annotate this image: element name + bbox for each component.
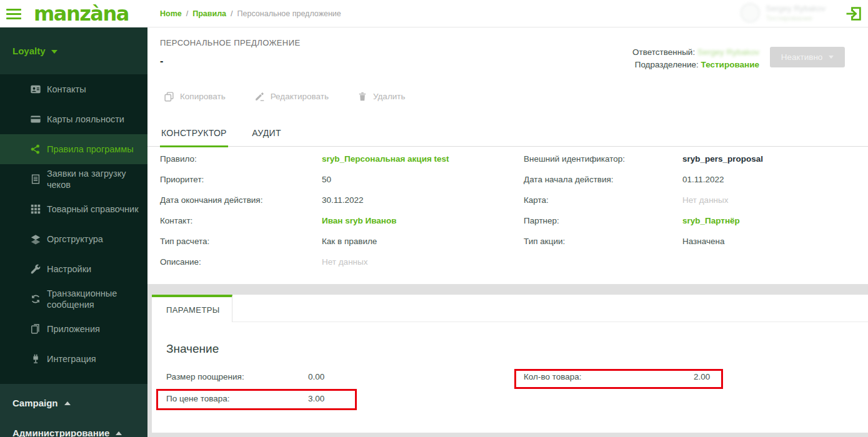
field-external-id: Внешний идентификатор: sryb_pers_proposa… (524, 153, 856, 165)
grid-icon (30, 204, 41, 215)
parameters-tab-row: ПАРАМЕТРЫ (152, 295, 868, 322)
user-info-blurred[interactable]: Sergey Rybakov Тестирование (741, 3, 826, 22)
sidebar-item-settings[interactable]: Настройки (0, 254, 147, 284)
sidebar-item-label: Оргструктура (47, 233, 103, 245)
sidebar-item-transactional-messages[interactable]: Транзакционные сообщения (0, 284, 147, 314)
sidebar-section-campaign[interactable]: Campaign (0, 388, 147, 418)
responsible-label: Ответственный: (632, 47, 695, 57)
breadcrumb-separator: / (231, 9, 232, 18)
edit-label: Редактировать (271, 92, 329, 101)
brand-logo[interactable]: manzàna (34, 1, 129, 26)
status-dropdown-button[interactable]: Неактивно (770, 47, 845, 67)
logout-icon (846, 5, 863, 22)
sidebar-item-label: Настройки (47, 263, 91, 275)
field-calc-type: Тип расчета: Как в правиле (160, 235, 524, 248)
user-department: Тестирование (766, 14, 826, 22)
tab-row-filler (232, 295, 868, 322)
sidebar-collapsed-sections: Campaign Администрирование (0, 384, 147, 437)
field-promo-type: Тип акции: Назначена (524, 235, 856, 248)
chevron-down-icon (51, 50, 57, 54)
layers-icon (30, 233, 41, 245)
delete-label: Удалить (373, 92, 406, 101)
field-rule: Правило: sryb_Персональная акция test (160, 153, 524, 165)
delete-button[interactable]: Удалить (357, 91, 406, 102)
header-meta: Ответственный: Sergey Rybakov Подразделе… (632, 46, 759, 71)
wrench-icon (30, 263, 41, 275)
sidebar-section-loyalty[interactable]: Loyalty (0, 27, 147, 74)
sidebar-item-label: Правила программы (47, 144, 134, 155)
breadcrumb-rules-link[interactable]: Правила (192, 9, 226, 18)
sidebar-item-applications[interactable]: Приложения (0, 314, 147, 344)
field-end-date: Дата окончания действия: 30.11.2022 (160, 194, 524, 207)
copy-label: Копировать (180, 92, 226, 101)
edit-button[interactable]: Редактировать (254, 91, 329, 102)
sidebar-item-contacts[interactable]: Контакты (0, 74, 147, 104)
trash-icon (357, 91, 367, 102)
breadcrumb-separator: / (186, 9, 188, 18)
sidebar-section-administration[interactable]: Администрирование (0, 418, 147, 437)
detail-tabs: КОНСТРУКТОР АУДИТ (147, 121, 868, 147)
params-left-column: Размер поощрения: 0.00 По цене товара: 3… (166, 366, 524, 410)
department-label: Подразделение: (635, 60, 699, 69)
section-campaign-label: Campaign (12, 398, 58, 408)
sync-icon (30, 293, 41, 305)
breadcrumb-current: Персональное предложение (237, 9, 341, 18)
hamburger-menu-icon[interactable] (6, 6, 21, 22)
sidebar-item-org-structure[interactable]: Оргструктура (0, 224, 147, 254)
fields-left-column: Правило: sryb_Персональная акция test Пр… (160, 153, 524, 277)
sidebar-item-loyalty-cards[interactable]: Карты лояльности (0, 104, 147, 134)
status-label: Неактивно (781, 52, 823, 62)
field-card: Карта: Нет данных (524, 194, 856, 207)
field-priority: Приоритет: 50 (160, 174, 524, 186)
sidebar-item-label: Приложения (47, 323, 100, 335)
parameters-section: ПАРАМЕТРЫ Значение Размер поощрения: 0.0… (147, 284, 868, 437)
sidebar-item-receipt-requests[interactable]: Заявки на загрузку чеков (0, 164, 147, 194)
sidebar-item-product-catalog[interactable]: Товарный справочник (0, 194, 147, 224)
parameters-grid: Размер поощрения: 0.00 По цене товара: 3… (166, 366, 868, 410)
loyalty-card-icon (30, 114, 41, 125)
sidebar-item-integration[interactable]: Интеграция (0, 344, 147, 374)
parameters-panel: ПАРАМЕТРЫ Значение Размер поощрения: 0.0… (152, 295, 868, 433)
sidebar-item-label: Карты лояльности (47, 114, 124, 125)
edit-pencil-icon (254, 91, 265, 102)
chevron-up-icon (116, 431, 122, 435)
main-content: ПЕРСОНАЛЬНОЕ ПРЕДЛОЖЕНИЕ - Ответственный… (147, 27, 868, 437)
params-right-column: Кол-во товара: 2.00 (524, 366, 868, 410)
department-value: Тестирование (701, 60, 759, 69)
sidebar-item-program-rules[interactable]: Правила программы (0, 134, 147, 164)
sidebar: Loyalty Контакты Карты лояльности (0, 27, 147, 437)
field-contact: Контакт: Иван sryb Иванов (160, 215, 524, 227)
field-start-date: Дата начала действия: 01.11.2022 (524, 174, 856, 186)
breadcrumb-home-link[interactable]: Home (160, 9, 182, 18)
tab-audit[interactable]: АУДИТ (251, 121, 282, 145)
page-subtitle: - (160, 56, 163, 67)
param-reward-size: Размер поощрения: 0.00 (166, 366, 524, 388)
copy-button[interactable]: Копировать (164, 91, 226, 102)
field-description: Описание: Нет данных (160, 256, 524, 268)
chevron-up-icon (64, 401, 71, 405)
sidebar-item-label: Товарный справочник (47, 204, 139, 215)
action-toolbar: Копировать Редактировать Удалить (164, 91, 406, 102)
pages-icon (30, 323, 41, 335)
value-heading: Значение (166, 342, 868, 356)
sidebar-item-label: Контакты (47, 84, 86, 95)
sidebar-item-label: Транзакционные сообщения (47, 288, 147, 310)
fields-right-column: Внешний идентификатор: sryb_pers_proposa… (524, 153, 856, 256)
responsible-value-blurred: Sergey Rybakov (697, 47, 759, 57)
tab-parameters[interactable]: ПАРАМЕТРЫ (152, 295, 232, 322)
tab-constructor[interactable]: КОНСТРУКТОР (160, 121, 228, 147)
page: manzàna Home / Правила / Персональное пр… (0, 0, 868, 437)
param-product-quantity: Кол-во товара: 2.00 (524, 366, 868, 388)
topbar: manzàna Home / Правила / Персональное пр… (0, 0, 868, 27)
logout-button[interactable] (846, 5, 863, 22)
logo-zone: manzàna (0, 0, 147, 27)
partner-link[interactable]: sryb_Партнёр (682, 215, 740, 227)
field-partner: Партнер: sryb_Партнёр (524, 215, 856, 227)
rule-link[interactable]: sryb_Персональная акция test (322, 153, 449, 165)
sidebar-nav: Контакты Карты лояльности Правила програ… (0, 74, 147, 374)
share-network-icon (30, 144, 41, 155)
contact-link[interactable]: Иван sryb Иванов (322, 215, 397, 227)
avatar (741, 3, 760, 22)
param-by-product-price: По цене товара: 3.00 (166, 388, 524, 410)
sidebar-item-label: Заявки на загрузку чеков (47, 168, 147, 190)
